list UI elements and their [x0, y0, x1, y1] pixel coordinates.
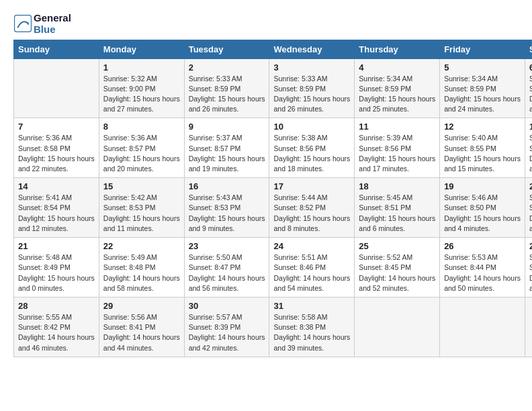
daylight-cont: and 11 minutes.: [103, 224, 180, 234]
daylight-label: Daylight: 15 hours hours: [18, 214, 95, 224]
col-header-tuesday: Tuesday: [184, 40, 269, 58]
page: General Blue SundayMondayTuesdayWednesda…: [0, 0, 532, 411]
daylight-cont: and 56 minutes.: [189, 283, 265, 293]
calendar-cell: 3Sunrise: 5:33 AMSunset: 8:59 PMDaylight…: [269, 58, 355, 118]
day-number: 3: [273, 62, 350, 73]
calendar-cell: 11Sunrise: 5:39 AMSunset: 8:56 PMDayligh…: [355, 118, 440, 178]
sunrise-label: Sunrise: 5:45 AM: [359, 193, 435, 203]
day-info: Sunrise: 5:52 AMSunset: 8:45 PMDaylight:…: [359, 253, 435, 293]
sunset-label: Sunset: 8:48 PM: [103, 263, 180, 273]
sunset-label: Sunset: 8:57 PM: [189, 144, 265, 154]
daylight-label: Daylight: 15 hours hours: [273, 94, 350, 104]
week-row-4: 21Sunrise: 5:48 AMSunset: 8:49 PMDayligh…: [14, 238, 533, 298]
calendar-cell: 18Sunrise: 5:45 AMSunset: 8:51 PMDayligh…: [355, 178, 440, 238]
daylight-label: Daylight: 14 hours hours: [444, 273, 521, 283]
daylight-cont: and 14 minutes.: [529, 164, 532, 174]
day-number: 26: [444, 241, 521, 251]
daylight-cont: and 54 minutes.: [273, 283, 350, 293]
calendar-cell: 12Sunrise: 5:40 AMSunset: 8:55 PMDayligh…: [440, 118, 525, 178]
sunset-label: Sunset: 8:47 PM: [189, 263, 265, 273]
sunrise-label: Sunrise: 5:41 AM: [18, 193, 95, 203]
daylight-label: Daylight: 15 hours hours: [273, 214, 350, 224]
day-number: 23: [189, 241, 265, 251]
day-number: 10: [273, 122, 350, 132]
day-number: 8: [103, 122, 180, 132]
sunset-label: Sunset: 8:51 PM: [359, 203, 435, 213]
day-number: 13: [529, 122, 532, 132]
sunrise-label: Sunrise: 5:33 AM: [189, 74, 265, 84]
sunset-label: Sunset: 8:57 PM: [103, 144, 180, 154]
day-info: Sunrise: 5:34 AMSunset: 8:59 PMDaylight:…: [359, 74, 435, 115]
calendar-cell: 16Sunrise: 5:43 AMSunset: 8:53 PMDayligh…: [184, 178, 269, 238]
sunset-label: Sunset: 8:52 PM: [273, 203, 350, 213]
daylight-cont: and 15 minutes.: [444, 164, 521, 174]
calendar-cell: 23Sunrise: 5:50 AMSunset: 8:47 PMDayligh…: [184, 238, 269, 298]
day-number: 12: [444, 122, 521, 132]
calendar-cell: 28Sunrise: 5:55 AMSunset: 8:42 PMDayligh…: [14, 298, 99, 357]
sunset-label: Sunset: 8:59 PM: [189, 84, 265, 94]
daylight-label: Daylight: 15 hours hours: [189, 94, 265, 104]
day-number: 24: [273, 241, 350, 251]
col-header-wednesday: Wednesday: [269, 40, 355, 58]
daylight-label: Daylight: 15 hours hours: [273, 154, 350, 164]
day-number: 2: [189, 62, 265, 73]
day-info: Sunrise: 5:58 AMSunset: 8:38 PMDaylight:…: [273, 312, 350, 353]
daylight-cont: and 46 minutes.: [18, 343, 95, 353]
daylight-cont: and 18 minutes.: [273, 164, 350, 174]
daylight-label: Daylight: 15 hours hours: [529, 214, 532, 224]
sunrise-label: Sunrise: 5:46 AM: [444, 193, 521, 203]
daylight-cont: and 26 minutes.: [273, 104, 350, 114]
sunrise-label: Sunrise: 5:43 AM: [189, 193, 265, 203]
daylight-cont: and 39 minutes.: [273, 343, 350, 353]
day-number: 30: [189, 301, 265, 311]
day-number: 14: [18, 181, 95, 191]
daylight-label: Daylight: 15 hours hours: [359, 214, 435, 224]
sunrise-label: Sunrise: 5:53 AM: [444, 253, 521, 263]
sunset-label: Sunset: 9:00 PM: [103, 84, 180, 94]
sunset-label: Sunset: 8:55 PM: [444, 144, 521, 154]
calendar-cell: 20Sunrise: 5:47 AMSunset: 8:50 PMDayligh…: [525, 178, 532, 238]
sunrise-label: Sunrise: 5:42 AM: [103, 193, 180, 203]
sunset-label: Sunset: 8:39 PM: [189, 322, 265, 332]
sunrise-label: Sunrise: 5:58 AM: [273, 312, 350, 322]
calendar-cell: 21Sunrise: 5:48 AMSunset: 8:49 PMDayligh…: [14, 238, 99, 298]
daylight-label: Daylight: 15 hours hours: [359, 154, 435, 164]
sunset-label: Sunset: 8:56 PM: [359, 144, 435, 154]
sunset-label: Sunset: 8:49 PM: [18, 263, 95, 273]
day-info: Sunrise: 5:42 AMSunset: 8:53 PMDaylight:…: [103, 193, 180, 234]
day-number: 15: [103, 181, 180, 191]
sunrise-label: Sunrise: 5:33 AM: [273, 74, 350, 84]
calendar-cell: 25Sunrise: 5:52 AMSunset: 8:45 PMDayligh…: [355, 238, 440, 298]
sunrise-label: Sunrise: 5:37 AM: [189, 133, 265, 143]
sunrise-label: Sunrise: 5:48 AM: [18, 253, 95, 263]
day-info: Sunrise: 5:54 AMSunset: 8:43 PMDaylight:…: [529, 253, 532, 293]
week-row-5: 28Sunrise: 5:55 AMSunset: 8:42 PMDayligh…: [14, 298, 533, 357]
daylight-label: Daylight: 15 hours hours: [18, 273, 95, 283]
day-number: 6: [529, 62, 532, 73]
calendar-cell: [14, 58, 99, 118]
col-header-saturday: Saturday: [525, 40, 532, 58]
logo: General Blue: [13, 12, 71, 36]
sunrise-label: Sunrise: 5:57 AM: [189, 312, 265, 322]
daylight-cont: and 27 minutes.: [103, 104, 180, 114]
day-info: Sunrise: 5:49 AMSunset: 8:48 PMDaylight:…: [103, 253, 180, 293]
sunrise-label: Sunrise: 5:35 AM: [529, 74, 532, 84]
logo-icon: [13, 14, 32, 33]
calendar-cell: 1Sunrise: 5:32 AMSunset: 9:00 PMDaylight…: [99, 58, 184, 118]
daylight-label: Daylight: 15 hours hours: [444, 94, 521, 104]
day-info: Sunrise: 5:36 AMSunset: 8:58 PMDaylight:…: [18, 133, 95, 174]
sunset-label: Sunset: 8:41 PM: [103, 322, 180, 332]
sunset-label: Sunset: 8:55 PM: [529, 144, 532, 154]
sunrise-label: Sunrise: 5:32 AM: [103, 74, 180, 84]
day-info: Sunrise: 5:48 AMSunset: 8:49 PMDaylight:…: [18, 253, 95, 293]
day-number: 17: [273, 181, 350, 191]
day-info: Sunrise: 5:45 AMSunset: 8:51 PMDaylight:…: [359, 193, 435, 234]
day-info: Sunrise: 5:55 AMSunset: 8:42 PMDaylight:…: [18, 312, 95, 353]
daylight-label: Daylight: 14 hours hours: [273, 273, 350, 283]
day-info: Sunrise: 5:36 AMSunset: 8:57 PMDaylight:…: [103, 133, 180, 174]
daylight-cont: and 25 minutes.: [359, 104, 435, 114]
daylight-label: Daylight: 15 hours hours: [103, 154, 180, 164]
day-info: Sunrise: 5:57 AMSunset: 8:39 PMDaylight:…: [189, 312, 265, 353]
daylight-cont: and 9 minutes.: [189, 224, 265, 234]
daylight-label: Daylight: 15 hours hours: [103, 94, 180, 104]
